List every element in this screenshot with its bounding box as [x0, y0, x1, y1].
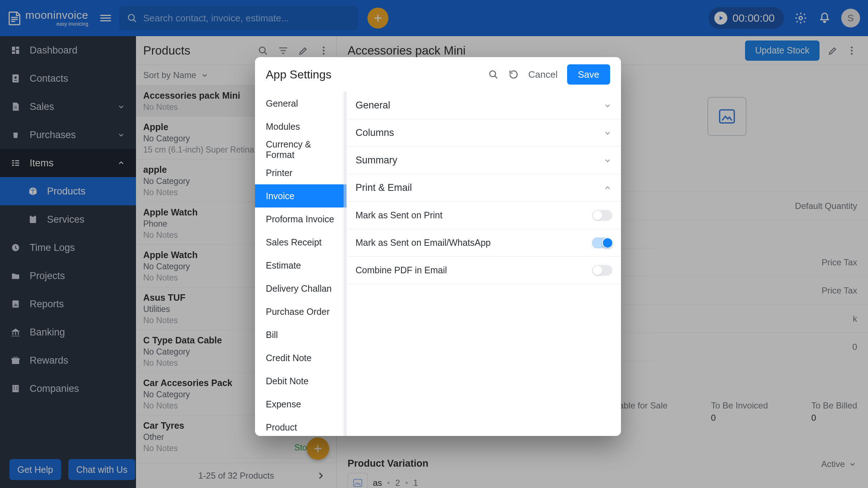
option-label: Mark as Sent on Print: [356, 210, 442, 221]
option-mark-as-sent-on-print: Mark as Sent on Print: [347, 202, 621, 229]
chevron-down-icon: [603, 156, 612, 165]
settings-tab-delivery-challan[interactable]: Delivery Challan: [255, 277, 346, 300]
settings-tab-bill[interactable]: Bill: [255, 323, 346, 346]
settings-tab-printer[interactable]: Printer: [255, 161, 346, 184]
settings-tab-modules[interactable]: Modules: [255, 115, 346, 138]
toggle[interactable]: [592, 265, 612, 276]
settings-tab-expense[interactable]: Expense: [255, 393, 346, 416]
chevron-up-icon: [603, 183, 612, 193]
settings-sidebar: GeneralModulesCurrency & FormatPrinterIn…: [255, 92, 347, 436]
cancel-button[interactable]: Cancel: [528, 69, 558, 80]
save-button[interactable]: Save: [567, 64, 610, 85]
toggle[interactable]: [592, 210, 612, 221]
settings-tab-purchase-order[interactable]: Purchase Order: [255, 300, 346, 323]
app-settings-modal: App Settings Cancel Save GeneralModulesC…: [255, 57, 621, 436]
modal-reset-icon[interactable]: [508, 69, 519, 80]
chevron-down-icon: [603, 101, 612, 110]
accordion-summary[interactable]: Summary: [347, 147, 621, 174]
settings-tab-invoice[interactable]: Invoice: [255, 184, 346, 207]
option-mark-as-sent-on-email-whatsapp: Mark as Sent on Email/WhatsApp: [347, 229, 621, 257]
settings-tab-estimate[interactable]: Estimate: [255, 254, 346, 277]
settings-tab-general[interactable]: General: [255, 92, 346, 115]
accordion-print-email[interactable]: Print & Email: [347, 174, 621, 202]
option-label: Combine PDF in Email: [356, 265, 447, 275]
accordion-columns[interactable]: Columns: [347, 119, 621, 147]
accordion-general[interactable]: General: [347, 92, 621, 119]
settings-tab-credit-note[interactable]: Credit Note: [255, 346, 346, 369]
chevron-down-icon: [603, 128, 612, 138]
settings-tab-currency-format[interactable]: Currency & Format: [255, 138, 346, 161]
option-combine-pdf-in-email: Combine PDF in Email: [347, 257, 621, 284]
modal-title: App Settings: [266, 68, 331, 81]
toggle[interactable]: [592, 237, 612, 248]
modal-search-icon[interactable]: [488, 69, 499, 80]
settings-tab-debit-note[interactable]: Debit Note: [255, 369, 346, 393]
settings-tab-sales-receipt[interactable]: Sales Receipt: [255, 231, 346, 254]
settings-tab-product[interactable]: Product: [255, 416, 346, 436]
option-label: Mark as Sent on Email/WhatsApp: [356, 237, 491, 248]
settings-content: GeneralColumnsSummaryPrint & EmailMark a…: [347, 92, 621, 436]
settings-tab-proforma-invoice[interactable]: Proforma Invoice: [255, 207, 346, 231]
